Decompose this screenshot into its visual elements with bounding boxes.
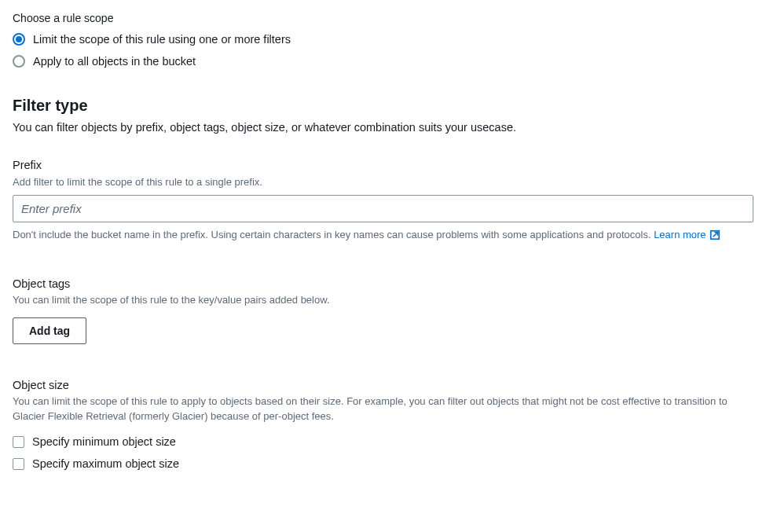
rule-scope-option-all[interactable]: Apply to all objects in the bucket <box>13 53 753 69</box>
object-tags-hint: You can limit the scope of this rule to … <box>13 293 753 308</box>
checkbox-unchecked-icon <box>13 458 24 470</box>
specify-max-size-label: Specify maximum object size <box>32 456 179 471</box>
radio-unselected-icon <box>13 55 25 68</box>
prefix-label: Prefix <box>13 157 753 173</box>
prefix-input[interactable] <box>13 195 753 222</box>
filter-type-desc: You can filter objects by prefix, object… <box>13 119 753 135</box>
object-size-checkbox-group: Specify minimum object size Specify maxi… <box>13 434 753 472</box>
rule-scope-option-limit-label: Limit the scope of this rule using one o… <box>33 31 291 47</box>
specify-max-size-checkbox[interactable]: Specify maximum object size <box>13 456 753 471</box>
object-size-label: Object size <box>13 377 753 393</box>
object-size-hint: You can limit the scope of this rule to … <box>13 394 753 424</box>
object-tags-label: Object tags <box>13 276 753 292</box>
rule-scope-radio-group: Limit the scope of this rule using one o… <box>13 31 753 70</box>
prefix-learn-more-link[interactable]: Learn more <box>654 227 720 243</box>
filter-type-heading: Filter type <box>13 94 753 116</box>
prefix-below-hint: Don't include the bucket name in the pre… <box>13 227 753 243</box>
rule-scope-label: Choose a rule scope <box>13 11 753 27</box>
rule-scope-option-limit[interactable]: Limit the scope of this rule using one o… <box>13 31 753 47</box>
external-link-icon <box>709 229 720 240</box>
prefix-hint: Add filter to limit the scope of this ru… <box>13 175 753 190</box>
specify-min-size-label: Specify minimum object size <box>32 434 176 449</box>
add-tag-button[interactable]: Add tag <box>13 317 86 344</box>
checkbox-unchecked-icon <box>13 436 24 448</box>
rule-scope-option-all-label: Apply to all objects in the bucket <box>33 53 196 69</box>
specify-min-size-checkbox[interactable]: Specify minimum object size <box>13 434 753 449</box>
radio-selected-icon <box>13 33 25 46</box>
